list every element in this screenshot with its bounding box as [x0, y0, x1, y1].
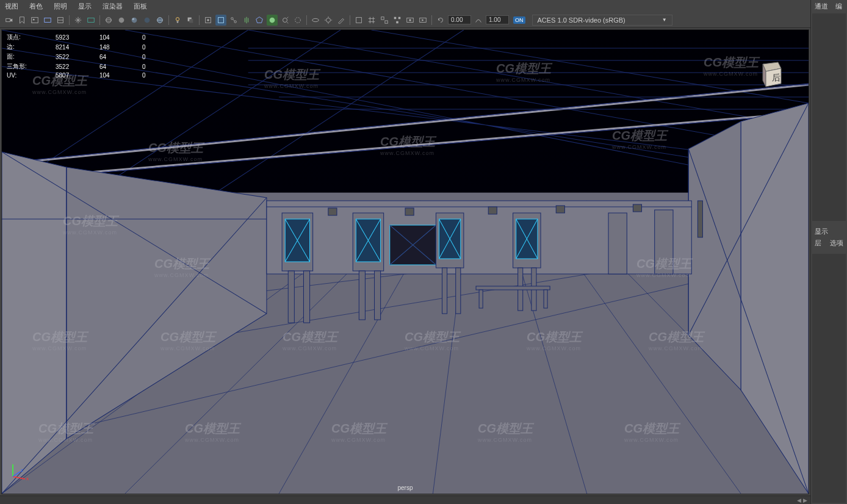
render-icon[interactable]	[405, 15, 416, 26]
scene-wireframe	[2, 30, 809, 494]
stats-row: 顶点:59231040	[7, 32, 167, 42]
svg-rect-68	[476, 286, 550, 290]
gate-mask-icon[interactable]	[55, 15, 66, 26]
select-camera-icon[interactable]	[4, 15, 15, 26]
bottom-scrollbar[interactable]: ◀ ▶	[0, 495, 810, 504]
wireframe-icon[interactable]	[103, 15, 114, 26]
image-plane-icon[interactable]	[29, 15, 40, 26]
svg-rect-19	[218, 17, 224, 23]
tab-edit[interactable]: 编	[835, 2, 842, 11]
grease-pencil-icon[interactable]	[336, 15, 347, 26]
stats-value: 0	[142, 52, 167, 62]
use-lights-icon[interactable]	[142, 15, 153, 26]
svg-rect-33	[396, 21, 398, 23]
svg-point-24	[283, 18, 287, 22]
stats-row: 三角形:3522640	[7, 62, 167, 71]
svg-point-12	[145, 17, 150, 23]
svg-point-25	[295, 17, 301, 23]
xgen-icon[interactable]	[241, 15, 252, 26]
svg-line-22	[232, 19, 235, 21]
svg-rect-69	[479, 290, 483, 308]
label-layer[interactable]: 层	[815, 239, 821, 248]
svg-point-2	[33, 18, 35, 20]
viewport[interactable]: CG模型王www.CGMXW.com CG模型王www.CGMXW.com CG…	[2, 30, 809, 494]
menu-shading[interactable]: 着色	[29, 2, 43, 11]
svg-rect-53	[288, 271, 294, 323]
dof-icon[interactable]	[310, 15, 321, 26]
svg-text:x: x	[26, 476, 29, 481]
stats-label: 边:	[7, 42, 56, 52]
svg-point-7	[106, 17, 112, 23]
textured-icon[interactable]	[129, 15, 140, 26]
menu-show[interactable]: 显示	[78, 2, 92, 11]
svg-rect-6	[88, 18, 95, 22]
gamma-field[interactable]: 1.00	[486, 15, 509, 24]
xray-icon[interactable]	[215, 15, 226, 26]
stats-value: 0	[142, 42, 167, 52]
svg-rect-29	[381, 16, 384, 19]
stats-value: 3522	[56, 52, 99, 62]
grid-icon[interactable]	[73, 15, 84, 26]
stats-label: UV:	[7, 71, 56, 79]
color-space-dropdown[interactable]: ACES 1.0 SDR-video (sRGB)	[532, 15, 672, 26]
stats-value: 3522	[56, 62, 99, 71]
svg-rect-63	[456, 268, 461, 314]
tab-channel[interactable]: 通道	[815, 2, 828, 11]
svg-point-14	[176, 17, 179, 20]
gamma-icon[interactable]	[473, 15, 484, 26]
menu-lighting[interactable]: 照明	[54, 2, 67, 11]
ao-icon[interactable]	[267, 15, 278, 26]
film-gate-icon[interactable]	[42, 15, 53, 26]
stats-value: 5923	[56, 32, 99, 42]
isolate-select-icon[interactable]	[203, 15, 214, 26]
svg-point-26	[312, 18, 319, 21]
resolution-gate-icon[interactable]	[85, 15, 96, 26]
layer-section-header: 显示 层 选项	[811, 222, 847, 253]
poly-stats-hud: 顶点:59231040边:82141480面:3522640三角形:352264…	[7, 32, 167, 79]
scroll-left-icon[interactable]: ◀	[796, 497, 802, 503]
svg-rect-3	[45, 18, 51, 22]
ipr-icon[interactable]	[417, 15, 428, 26]
stats-value: 5807	[56, 71, 99, 79]
svg-rect-31	[394, 16, 397, 19]
snap-point-icon[interactable]	[392, 15, 403, 26]
polygons-icon[interactable]	[254, 15, 265, 26]
label-display[interactable]: 显示	[815, 227, 828, 236]
svg-line-85	[13, 472, 20, 477]
svg-rect-62	[442, 268, 447, 314]
toolbar-separator	[431, 15, 432, 25]
bookmark-icon[interactable]	[16, 15, 27, 26]
scroll-right-icon[interactable]: ▶	[802, 497, 808, 503]
menu-renderer[interactable]: 渲染器	[103, 2, 123, 11]
menu-panels[interactable]: 面板	[134, 2, 147, 11]
exposure-field[interactable]: 0.00	[448, 15, 471, 24]
menu-view[interactable]: 视图	[5, 2, 18, 11]
snap-icon[interactable]	[353, 15, 364, 26]
color-mgmt-badge[interactable]: ON	[513, 16, 525, 24]
smooth-shade-icon[interactable]	[116, 15, 127, 26]
motion-blur-icon[interactable]	[279, 15, 290, 26]
svg-rect-0	[6, 18, 10, 21]
exposure-icon[interactable]	[323, 15, 334, 26]
viewport-toolbar: 0.00 1.00 ON ACES 1.0 SDR-video (sRGB)	[0, 12, 810, 28]
stats-value: 8214	[56, 42, 99, 52]
snap-curve-icon[interactable]	[379, 15, 390, 26]
multisample-icon[interactable]	[292, 15, 303, 26]
lights-icon[interactable]	[172, 15, 183, 26]
shadows-icon[interactable]	[185, 15, 196, 26]
label-options[interactable]: 选项	[830, 239, 843, 248]
axis-gizmo: x z	[7, 458, 31, 483]
refresh-icon[interactable]	[435, 15, 446, 26]
stats-value: 64	[99, 62, 142, 71]
svg-rect-28	[356, 17, 362, 23]
snap-grid-icon[interactable]	[366, 15, 377, 26]
svg-text:z: z	[21, 467, 23, 473]
right-panel: 通道 编 显示 层 选项	[810, 0, 847, 504]
stats-value: 0	[142, 71, 167, 79]
svg-rect-70	[544, 290, 547, 308]
channel-box-empty	[812, 13, 846, 221]
view-cube[interactable]: 后	[754, 59, 784, 90]
xray-joints-icon[interactable]	[228, 15, 239, 26]
wireframe-on-shaded-icon[interactable]	[154, 15, 165, 26]
svg-rect-78	[633, 204, 641, 212]
